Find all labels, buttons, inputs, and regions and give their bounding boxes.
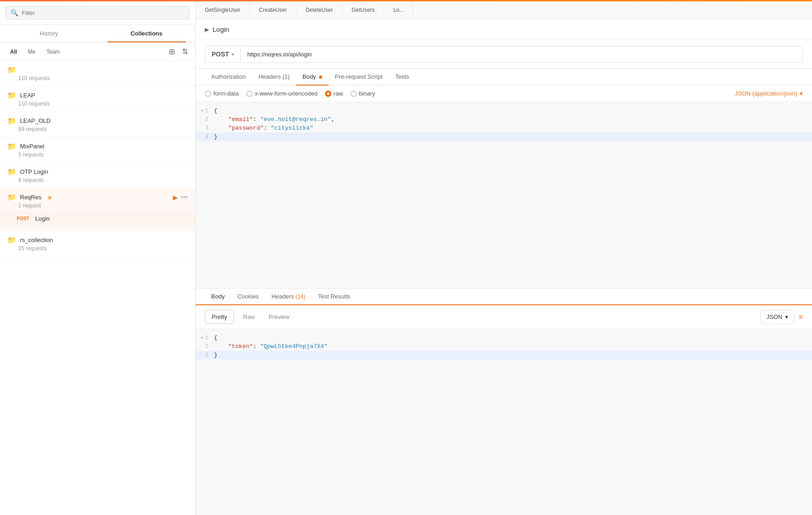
collapse-arrow-icon[interactable]: ▶ [205,26,209,33]
opt-tab-tests[interactable]: Tests [389,69,416,86]
sort-button[interactable]: ⇅ [180,46,190,57]
collection-name: LEAP [20,92,35,99]
code-key: "password" [228,125,264,131]
method-select[interactable]: POST ▾ [205,45,240,63]
res-tab-body[interactable]: Body [205,288,231,305]
code-content: { [214,107,218,114]
radio-urlencoded [246,91,253,97]
request-title-name: Login [213,25,229,33]
res-tab-test-results[interactable]: Test Results [312,288,357,305]
req-tab-deleteUser[interactable]: DeleteUser [296,1,342,19]
collection-meta: 3 requests [18,151,188,158]
collection-meta: 8 requests [18,177,188,183]
request-title-bar: ▶ Login [196,19,812,40]
option-raw[interactable]: raw [325,90,343,97]
req-tab-getSingleUser[interactable]: GetSingleUser [196,1,250,19]
body-dot [319,76,322,79]
code-line: ▾ 1 { [196,333,812,342]
request-item-login[interactable]: POST Login [0,212,195,226]
collection-item-reqres[interactable]: 📁 ReqRes ★ ▶ ••• 1 request POST Login [0,188,195,231]
req-tab-lo[interactable]: Lo... [384,1,413,19]
body-label: Body [303,73,316,80]
code-content: "password": "cityslicka" [214,125,313,131]
res-tab-cookies[interactable]: Cookies [231,288,265,305]
json-format-select[interactable]: JSON (application/json) ▾ [735,90,803,97]
folder-icon: 📁 [7,142,16,151]
pill-me[interactable]: Me [23,47,40,57]
pill-all[interactable]: All [5,47,21,57]
request-body-editor[interactable]: ▾ 1 { 2 "email": "eve.holt@reqres.in", 3… [196,102,812,288]
collection-name: OTP Login [20,168,48,175]
opt-tab-headers[interactable]: Headers (1) [252,69,296,86]
res-format-raw[interactable]: Raw [239,310,259,323]
collection-item-leap[interactable]: 📁 LEAP 110 requests [0,86,195,112]
collection-meta: 110 requests [18,75,188,81]
res-tab-headers[interactable]: Headers (14) [265,288,312,305]
code-string: "eve.holt@reqres.in" [260,116,331,123]
opt-tab-body[interactable]: Body [296,69,329,86]
binary-label: binary [359,90,375,97]
pill-team[interactable]: Team [42,47,64,57]
collection-name: rs_collection [20,237,53,243]
collection-meta: 1 request [18,202,188,209]
collection-name: LEAP_OLD [20,117,51,124]
filter-pills: All Me Team [5,47,64,57]
radio-form-data [205,91,211,97]
collection-item[interactable]: 📁 110 requests [0,61,195,86]
collection-meta: 99 requests [18,126,188,132]
main-content: GetSingleUser CreateUser DeleteUser GetU… [196,1,812,515]
request-name: Login [35,215,50,222]
code-line: 2 "token": "QpwL5tke4Pnpja7X4" [196,342,812,351]
code-line: 3 } [196,351,812,359]
collection-item-mixpanel[interactable]: 📁 MixPanel 3 requests [0,137,195,163]
req-tab-createUser[interactable]: CreateUser [250,1,296,19]
folder-icon: 📁 [7,193,16,202]
search-bar: 🔍 [0,1,195,25]
opt-tab-authorization[interactable]: Authorization [205,69,252,86]
opt-tab-prerequest[interactable]: Pre-request Script [329,69,389,86]
star-icon[interactable]: ★ [47,194,53,201]
line-collapse-arrow: ▾ [201,108,203,113]
collections-list: 📁 110 requests 📁 LEAP 110 requests [0,61,195,515]
url-bar: POST ▾ [196,40,812,69]
folder-icon: 📁 [7,167,16,176]
search-input[interactable] [22,10,185,16]
sidebar-tabs: History Collections [0,25,195,43]
response-format-bar: Pretty Raw Preview JSON ▾ ≡ [196,305,812,329]
line-collapse-arrow: ▾ [201,335,203,340]
line-number: ▾ 1 [196,334,214,341]
code-string: "QpwL5tke4Pnpja7X4" [260,343,327,350]
headers-badge: (14) [295,293,305,300]
option-urlencoded[interactable]: x-www-form-urlencoded [246,90,318,97]
url-input[interactable] [240,46,803,63]
res-json-label: JSON [766,313,782,320]
collection-item-leap-old[interactable]: 📁 LEAP_OLD 99 requests [0,112,195,137]
headers-label: Headers (1) [259,73,290,80]
option-form-data[interactable]: form-data [205,90,239,97]
code-content: { [214,334,218,341]
line-number: 3 [196,125,214,131]
tab-history[interactable]: History [0,25,98,42]
line-number: 2 [196,116,214,123]
collection-name: ReqRes [20,194,41,201]
body-format-options: form-data x-www-form-urlencoded raw bina… [196,86,812,102]
form-data-label: form-data [213,90,239,97]
response-body-editor[interactable]: ▾ 1 { 2 "token": "QpwL5tke4Pnpja7X4" 3 } [196,329,812,515]
tab-collections[interactable]: Collections [98,25,196,42]
collection-item-otp[interactable]: 📁 OTP Login 8 requests [0,163,195,188]
res-json-dropdown[interactable]: JSON ▾ [761,310,794,324]
radio-binary [350,91,357,97]
sidebar: 🔍 History Collections All Me Team ⊞ ⇅ [0,1,196,515]
req-tab-getUsers[interactable]: GetUsers [342,1,384,19]
res-format-pretty[interactable]: Pretty [205,310,234,324]
res-format-preview[interactable]: Preview [264,310,294,323]
collection-item-rs[interactable]: 📁 rs_collection 35 requests [0,231,195,257]
more-options-icon[interactable]: ••• [181,194,188,201]
wrap-button[interactable]: ≡ [799,313,803,321]
code-line: 2 "email": "eve.holt@reqres.in", [196,115,812,124]
option-binary[interactable]: binary [350,90,375,97]
new-collection-button[interactable]: ⊞ [167,46,177,57]
code-line: 4 } [196,132,812,141]
folder-icon: 📁 [7,116,16,125]
collection-meta: 110 requests [18,101,188,107]
